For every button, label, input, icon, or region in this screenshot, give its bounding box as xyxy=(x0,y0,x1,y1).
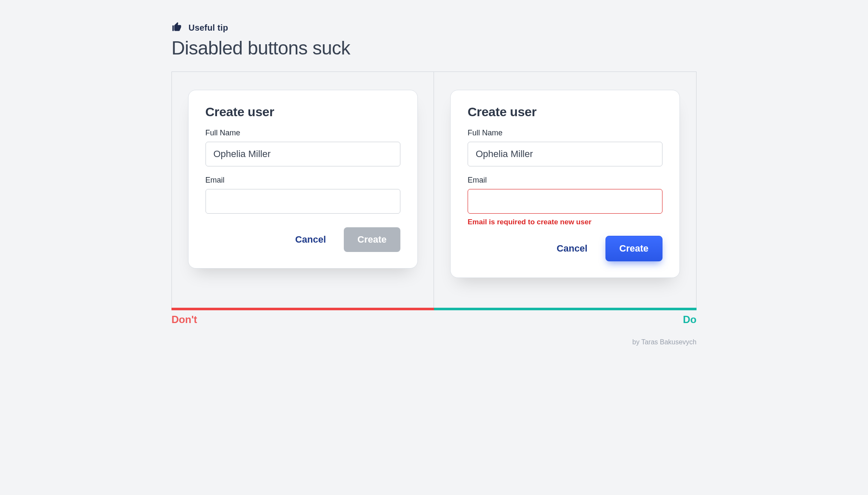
cancel-button[interactable]: Cancel xyxy=(557,243,587,254)
full-name-input[interactable] xyxy=(468,142,662,166)
verdict-labels: Don't Do xyxy=(171,314,697,326)
full-name-label: Full Name xyxy=(206,129,400,137)
dont-bar xyxy=(171,308,434,310)
do-pane: Create user Full Name Email Email is req… xyxy=(434,72,696,308)
do-bar xyxy=(434,308,697,310)
comparison-container: Create user Full Name Email Cancel Creat… xyxy=(171,72,697,308)
dont-pane: Create user Full Name Email Cancel Creat… xyxy=(172,72,434,308)
thumbs-up-icon xyxy=(171,21,183,34)
card-title: Create user xyxy=(468,105,662,119)
full-name-input[interactable] xyxy=(206,142,400,166)
header: Useful tip Disabled buttons suck xyxy=(171,21,697,59)
full-name-label: Full Name xyxy=(468,129,662,137)
verdict-bar xyxy=(171,308,697,310)
actions-row: Cancel Create xyxy=(468,236,662,261)
cancel-button[interactable]: Cancel xyxy=(295,234,326,245)
create-button-disabled: Create xyxy=(344,227,400,252)
do-label: Do xyxy=(683,314,697,326)
email-error-message: Email is required to create new user xyxy=(468,218,662,226)
dont-label: Don't xyxy=(171,314,197,326)
credit: by Taras Bakusevych xyxy=(171,338,697,346)
create-user-card-do: Create user Full Name Email Email is req… xyxy=(450,90,680,278)
tag-label: Useful tip xyxy=(188,23,228,33)
actions-row: Cancel Create xyxy=(206,227,400,252)
email-input-error[interactable] xyxy=(468,189,662,214)
create-button[interactable]: Create xyxy=(605,236,662,261)
card-title: Create user xyxy=(206,105,400,119)
create-user-card-dont: Create user Full Name Email Cancel Creat… xyxy=(188,90,418,269)
email-label: Email xyxy=(206,176,400,185)
headline: Disabled buttons suck xyxy=(171,37,697,59)
tag-row: Useful tip xyxy=(171,21,697,34)
email-input[interactable] xyxy=(206,189,400,214)
email-label: Email xyxy=(468,176,662,185)
